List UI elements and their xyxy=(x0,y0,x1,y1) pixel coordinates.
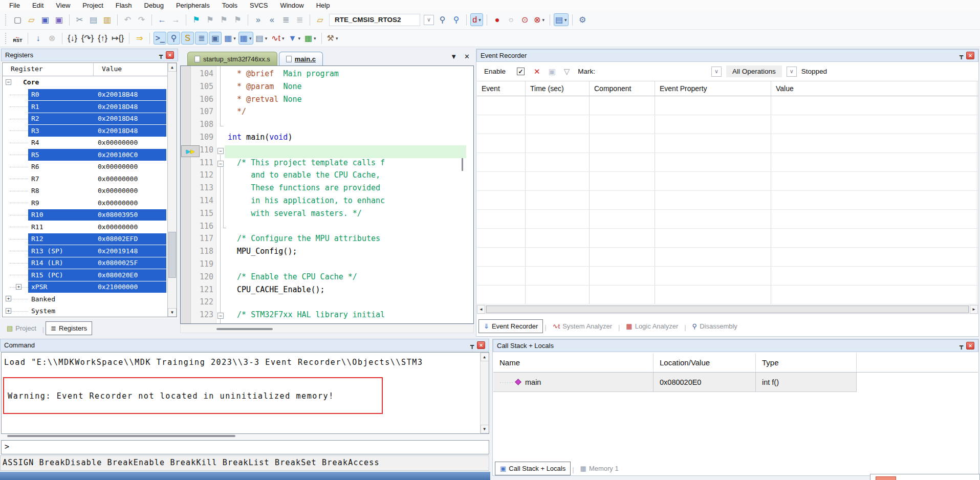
callstack-close-icon[interactable]: ✕ xyxy=(966,342,974,350)
callstack-window-icon[interactable]: ▣ xyxy=(209,32,222,45)
find-icon[interactable]: ⚲ xyxy=(450,13,463,26)
dropdown-arrow-icon[interactable]: ▾ xyxy=(282,36,285,41)
toolbar-grip[interactable] xyxy=(5,33,7,44)
toolbar-grip[interactable] xyxy=(5,14,7,26)
new-file-icon[interactable]: ▢ xyxy=(11,13,24,26)
callstack-column-type[interactable]: Type xyxy=(756,353,857,372)
bookmark-toggle-icon[interactable]: ⚑ xyxy=(190,13,203,26)
scroll-down-icon[interactable]: ▼ xyxy=(481,425,489,433)
register-row-r5[interactable]: R50x200100C0 xyxy=(3,149,167,161)
registers-column-value[interactable]: Value xyxy=(94,63,122,76)
scroll-up-icon[interactable]: ▲ xyxy=(168,63,177,72)
step-over-icon[interactable]: {↷} xyxy=(80,32,95,45)
registers-pin-icon[interactable]: ┳ xyxy=(159,52,163,59)
system-viewer-icon[interactable]: ▦▾ xyxy=(303,32,318,45)
callstack-table-header[interactable]: NameLocation/ValueType xyxy=(493,353,978,373)
menu-edit[interactable]: Edit xyxy=(27,1,49,10)
event-column-time-sec[interactable]: Time (sec) xyxy=(526,81,590,96)
code-line-105[interactable]: 105 * @param None xyxy=(181,82,473,95)
trace-window-icon[interactable]: ▼▾ xyxy=(287,32,302,45)
scroll-up-icon[interactable]: ▲ xyxy=(481,353,489,361)
event-column-value[interactable]: Value xyxy=(771,81,977,96)
dropdown-arrow-icon[interactable]: ▾ xyxy=(249,36,252,41)
serial-window-icon[interactable]: ▤▾ xyxy=(254,32,269,45)
edit-target-icon[interactable]: ▱ xyxy=(314,13,326,26)
fold-collapse-icon[interactable]: − xyxy=(217,161,224,167)
status-chevron-icon[interactable]: ∨ xyxy=(787,67,797,77)
command-close-icon[interactable]: ✕ xyxy=(477,341,485,349)
code-line-117[interactable]: 117 /* Configure the MPU attributes xyxy=(181,234,473,247)
scrollbar-thumb[interactable] xyxy=(168,232,176,278)
code-line-109[interactable]: 109int main(void) xyxy=(181,133,473,145)
disable-all-breakpoints-icon[interactable]: ⊙ xyxy=(518,13,531,26)
code-line-114[interactable]: 114 in his application, to enhanc xyxy=(181,196,473,209)
callstack-column-location-value[interactable]: Location/Value xyxy=(654,353,756,372)
menu-debug[interactable]: Debug xyxy=(139,1,169,10)
register-row-r11[interactable]: R110x00000000 xyxy=(3,221,167,233)
dropdown-arrow-icon[interactable]: ▾ xyxy=(564,17,567,23)
operations-filter-dropdown[interactable]: All Operations xyxy=(726,66,782,77)
command-vertical-scrollbar[interactable]: ▲ ▼ xyxy=(480,353,489,433)
registers-vertical-scrollbar[interactable]: ▲ ▼ xyxy=(167,63,177,317)
register-row-core[interactable]: −Core xyxy=(3,77,167,89)
tab-project[interactable]: ▤Project xyxy=(2,321,41,335)
code-line-108[interactable]: 108 xyxy=(181,120,473,133)
register-row-r2[interactable]: R20x20018D48 xyxy=(3,113,167,125)
register-row-r6[interactable]: R60x00000000 xyxy=(3,161,167,173)
dropdown-arrow-icon[interactable]: ▾ xyxy=(265,36,268,41)
nav-forward-icon[interactable]: → xyxy=(169,13,182,26)
dropdown-arrow-icon[interactable]: ▾ xyxy=(233,36,236,41)
event-table-header[interactable]: EventTime (sec)ComponentEvent PropertyVa… xyxy=(477,81,978,96)
register-row-r3[interactable]: R30x20018D48 xyxy=(3,125,167,137)
code-line-113[interactable]: 113 These functions are provided xyxy=(181,183,473,196)
scroll-left-icon[interactable]: ◄ xyxy=(477,305,485,314)
event-column-event[interactable]: Event xyxy=(477,81,526,96)
code-line-112[interactable]: 112 and to enable the CPU Cache, xyxy=(181,170,473,183)
kill-all-breakpoints-icon[interactable]: ⊗▾ xyxy=(532,13,546,26)
code-line-115[interactable]: 115 with several masters. */ xyxy=(181,209,473,222)
code-line-119[interactable]: 119 xyxy=(181,259,473,272)
indent-left-icon[interactable]: « xyxy=(266,13,278,26)
dropdown-arrow-icon[interactable]: ▾ xyxy=(336,36,338,41)
event-recorder-close-icon[interactable]: ✕ xyxy=(966,52,974,59)
clear-events-icon[interactable]: ✕ xyxy=(534,67,540,76)
stop-icon[interactable]: ⊗ xyxy=(46,32,58,45)
menu-project[interactable]: Project xyxy=(77,1,108,10)
toolbox-icon[interactable]: ⚒▾ xyxy=(325,32,340,45)
menu-view[interactable]: View xyxy=(51,1,75,10)
cut-icon[interactable]: ✂ xyxy=(73,13,86,26)
command-log[interactable]: Load "E:\\MDKWorkSpace\\MDK Trainging 20… xyxy=(1,352,489,434)
menu-help[interactable]: Help xyxy=(311,1,335,10)
expand-icon[interactable]: + xyxy=(6,308,11,314)
bookmark-clear-icon[interactable]: ⚑ xyxy=(231,13,244,26)
code-line-120[interactable]: 120 /* Enable the CPU Cache */ xyxy=(181,272,473,285)
operations-chevron-icon[interactable]: ∨ xyxy=(711,67,722,77)
code-line-122[interactable]: 122 xyxy=(181,297,473,310)
registers-column-header[interactable]: RegisterValue xyxy=(3,63,167,76)
register-row-r8[interactable]: R80x00000000 xyxy=(3,185,167,198)
document-list-icon[interactable]: ▼ xyxy=(450,53,457,60)
disassembly-window-icon[interactable]: ⚲ xyxy=(167,32,180,45)
bookmark-next-icon[interactable]: ⚑ xyxy=(217,13,230,26)
close-document-icon[interactable]: ✕ xyxy=(464,53,470,60)
show-next-statement-icon[interactable]: ⇒ xyxy=(133,32,146,45)
scroll-right-icon[interactable]: ► xyxy=(970,305,978,314)
copy-icon[interactable]: ▤ xyxy=(87,13,100,26)
save-icon[interactable]: ▣ xyxy=(39,13,52,26)
scrollbar-thumb[interactable] xyxy=(486,306,969,313)
tab-memory-1[interactable]: ▦Memory 1 xyxy=(576,462,623,475)
target-combo[interactable]: RTE_CMSIS_RTOS2 xyxy=(329,14,420,26)
dropdown-arrow-icon[interactable]: ▾ xyxy=(298,36,300,41)
register-row-r0[interactable]: R00x20018B48 xyxy=(3,89,167,101)
start-stop-debug-icon[interactable]: d▾ xyxy=(470,13,483,26)
bookmark-prev-icon[interactable]: ⚑ xyxy=(204,13,216,26)
register-row-r13-sp[interactable]: R13 (SP)0x20019148 xyxy=(3,245,167,257)
insert-breakpoint-icon[interactable]: ● xyxy=(491,13,504,26)
register-row-system[interactable]: +System xyxy=(3,306,167,317)
event-column-component[interactable]: Component xyxy=(590,81,655,96)
code-line-121[interactable]: 121 CPU_CACHE_Enable(); xyxy=(181,285,473,298)
run-to-cursor-icon[interactable]: ↦{} xyxy=(110,32,125,45)
memory-window-icon[interactable]: ▦▾ xyxy=(238,32,253,45)
find-in-files-icon[interactable]: ⚲ xyxy=(436,13,449,26)
code-line-107[interactable]: 107 */ xyxy=(181,107,473,120)
